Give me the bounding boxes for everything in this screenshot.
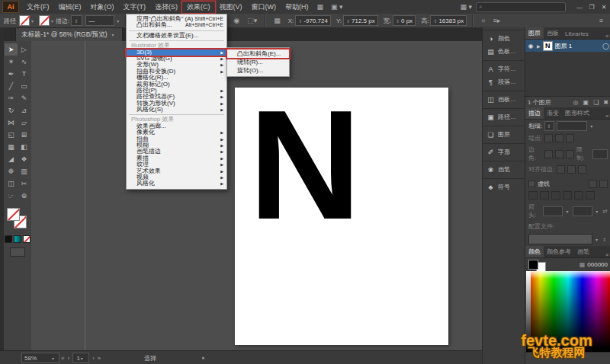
zoom-level-dropdown[interactable]: 58% ▾: [21, 353, 59, 363]
menu-window[interactable]: 窗口(W): [247, 2, 281, 13]
dock-item-symbols[interactable]: ♣符号: [483, 178, 525, 193]
swap-arrows-icon[interactable]: ⇄: [602, 208, 608, 215]
dock-item-swatches[interactable]: ▤色板…: [483, 45, 525, 58]
next-artboard-icon[interactable]: ›: [92, 355, 95, 362]
color-tab-1[interactable]: 颜色参考: [544, 246, 574, 257]
gradient-chip[interactable]: [14, 235, 21, 243]
color-tab-0[interactable]: 颜色: [525, 246, 544, 257]
round-cap-button[interactable]: [555, 134, 563, 142]
arrow-start-dropdown[interactable]: [543, 206, 563, 216]
shape-builder-tool[interactable]: ◱: [5, 129, 18, 141]
weight-dropdown-icon[interactable]: ▾: [590, 123, 592, 129]
locate-object-icon[interactable]: ◎: [573, 99, 579, 106]
weight-stepper[interactable]: ⇕: [544, 121, 554, 131]
mesh-tool[interactable]: ▦: [5, 141, 18, 153]
dock-item-layers[interactable]: ❏图层: [483, 126, 525, 141]
layers-tab-2[interactable]: Libraries: [562, 29, 592, 39]
canvas-area[interactable]: N: [31, 41, 476, 350]
free-transform-tool[interactable]: ▱: [18, 117, 30, 129]
vertical-guide[interactable]: [85, 41, 85, 350]
zoom-tool[interactable]: ⊕: [18, 190, 30, 202]
butt-cap-button[interactable]: [544, 134, 553, 142]
preferences-icon[interactable]: ⬚▾: [243, 17, 261, 24]
perspective-grid-tool[interactable]: ⊞: [18, 129, 30, 141]
line-segment-tool[interactable]: ╱: [5, 80, 18, 92]
gap-field[interactable]: [540, 191, 549, 200]
menu-file[interactable]: 文件(F): [22, 2, 54, 13]
menu-object[interactable]: 对象(O): [86, 2, 119, 13]
stroke-swatch[interactable]: [39, 15, 50, 26]
weight-dropdown[interactable]: [557, 121, 587, 131]
color-fill-chip[interactable]: [528, 260, 538, 270]
menu-select[interactable]: 选择(S): [150, 2, 182, 13]
limit-field[interactable]: [592, 149, 608, 159]
effect-menu-item-1[interactable]: 凸出和斜角...Alt+Shift+Ctrl+E: [127, 22, 226, 28]
transform-icon[interactable]: ⌗: [477, 17, 489, 25]
brush-profile-field[interactable]: —: [85, 15, 114, 26]
dock-item-paragraph[interactable]: ¶段落…: [483, 75, 525, 88]
first-artboard-icon[interactable]: «: [61, 355, 64, 362]
profile-flip-icons[interactable]: ⇕: [602, 237, 606, 242]
column-graph-tool[interactable]: ▥: [18, 165, 30, 177]
close-button[interactable]: ✕: [598, 4, 610, 11]
menu-help[interactable]: 帮助(H): [281, 2, 313, 13]
last-artboard-icon[interactable]: »: [98, 355, 101, 362]
minimize-button[interactable]: —: [573, 4, 586, 11]
clipping-mask-icon[interactable]: ▣: [583, 99, 589, 106]
scale-tool[interactable]: ⊿: [18, 104, 30, 117]
selection-tool[interactable]: ➤: [5, 43, 18, 56]
align-center-button[interactable]: [557, 165, 565, 174]
layers-panel-menu-icon[interactable]: ≡: [605, 34, 610, 39]
dashed-checkbox[interactable]: [528, 180, 535, 187]
layers-tab-0[interactable]: 图层: [525, 27, 544, 39]
dock-item-pathfinder[interactable]: ▣路径…: [483, 108, 525, 123]
stroke-tab-0[interactable]: 描边: [525, 107, 544, 119]
menu-view[interactable]: 视图(V): [215, 2, 247, 13]
fill-color-chip[interactable]: [7, 208, 20, 221]
stroke-dropdown-icon[interactable]: ▾: [51, 18, 53, 24]
submenu-item-0[interactable]: 凸出和斜角(E)...: [227, 49, 289, 58]
transform-field-value-1[interactable]: ⇕712.5 px: [343, 15, 378, 26]
artboard[interactable]: N: [235, 88, 448, 345]
submenu-item-2[interactable]: 旋转(O)...: [227, 66, 289, 75]
gap-field[interactable]: [563, 191, 572, 200]
panel-menu-icon[interactable]: ≡: [596, 17, 607, 24]
menu-type[interactable]: 文字(T): [119, 2, 151, 13]
transform-field-value-3[interactable]: ⇕16383 px: [430, 15, 467, 26]
dash-field[interactable]: [574, 191, 583, 200]
type-tool[interactable]: T: [18, 68, 30, 80]
layer-target-icon[interactable]: ◯: [602, 43, 609, 49]
profile-dropdown-icon[interactable]: ▾: [596, 237, 598, 242]
stroke-weight-field[interactable]: ⇕: [71, 15, 82, 26]
artboard-tool[interactable]: ◫: [5, 177, 18, 190]
rotate-tool[interactable]: ↻: [5, 104, 18, 117]
bevel-join-button[interactable]: [566, 150, 574, 158]
hand-tool[interactable]: ☞: [5, 190, 18, 202]
tab-dropdown-icon[interactable]: ▾: [112, 32, 114, 37]
dash-field[interactable]: [528, 191, 538, 200]
transform-field-value-2[interactable]: ⇕0 px: [393, 15, 416, 26]
align-inside-button[interactable]: [567, 165, 576, 174]
fill-swatch[interactable]: [19, 15, 30, 26]
rectangle-tool[interactable]: ▭: [18, 80, 30, 92]
document-setup-icon[interactable]: ◉: [230, 17, 243, 24]
direct-selection-tool[interactable]: ▷: [18, 43, 30, 56]
width-profile-dropdown[interactable]: [528, 234, 592, 244]
delete-layer-icon[interactable]: ✖: [603, 99, 608, 106]
bridge-icon[interactable]: ▦: [313, 3, 328, 11]
effect-menu-item-6[interactable]: 3D(3)▶: [127, 49, 226, 56]
workspace-layout-icon[interactable]: ▦ ▾: [456, 3, 476, 11]
new-layer-icon[interactable]: ❏: [593, 99, 599, 106]
layer-name[interactable]: 图层 1: [555, 42, 573, 50]
align-grid-icon[interactable]: ▦: [270, 17, 284, 24]
color-panel-menu-icon[interactable]: ≡: [605, 252, 610, 257]
lasso-tool[interactable]: ∿: [18, 56, 30, 68]
dock-item-character[interactable]: A字符…: [483, 60, 525, 75]
color-chip[interactable]: [5, 235, 12, 243]
draw-mode-button[interactable]: [10, 247, 25, 257]
color-tab-2[interactable]: 画笔: [574, 246, 592, 257]
menu-edit[interactable]: 编辑(E): [54, 2, 86, 13]
hex-value[interactable]: 000000: [587, 261, 608, 268]
submenu-item-1[interactable]: 绕转(R)...: [227, 58, 289, 66]
effect-menu-item-3[interactable]: 文档栅格效果设置(E)...: [127, 33, 226, 39]
